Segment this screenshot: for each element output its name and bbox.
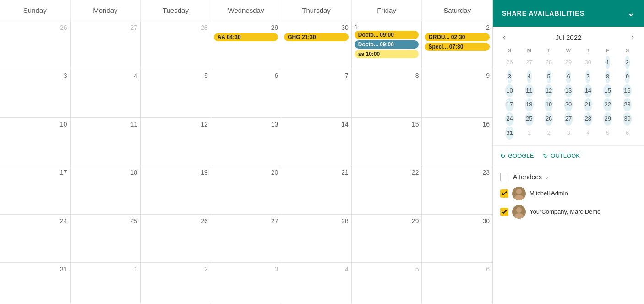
mini-calendar-day[interactable]: 2 — [625, 56, 630, 69]
cal-cell[interactable]: 30GHG 21:30 — [281, 21, 352, 69]
mini-calendar-day[interactable]: 20 — [564, 98, 573, 111]
mini-calendar-day[interactable]: 5 — [605, 127, 610, 140]
cal-cell[interactable]: 2GROU... 02:30Speci... 07:30 — [422, 21, 492, 69]
calendar-event[interactable]: GROU... 02:30 — [425, 33, 490, 41]
cal-cell[interactable]: 9 — [422, 69, 492, 117]
cal-cell[interactable]: 19 — [141, 166, 211, 214]
mini-calendar-day[interactable]: 26 — [545, 112, 553, 126]
mini-calendar-day[interactable]: 7 — [585, 70, 590, 83]
mini-calendar-day[interactable]: 19 — [545, 98, 553, 111]
cal-cell[interactable]: 10 — [0, 118, 71, 166]
cal-cell[interactable]: 28 — [281, 215, 352, 263]
cal-cell[interactable]: 8 — [352, 69, 422, 117]
mini-calendar-day[interactable]: 11 — [525, 84, 533, 98]
cal-cell[interactable]: 1Docto... 09:00Docto... 09:00as 10:00 — [352, 21, 422, 69]
mini-calendar-day[interactable]: 16 — [623, 84, 631, 98]
cal-cell[interactable]: 14 — [281, 118, 352, 166]
cal-cell[interactable]: 2 — [141, 263, 211, 304]
calendar-event[interactable]: Docto... 09:00 — [355, 40, 419, 49]
mini-calendar-day[interactable]: 29 — [603, 112, 611, 126]
cal-cell[interactable]: 11 — [71, 118, 141, 166]
cal-cell[interactable]: 7 — [281, 69, 352, 117]
mini-calendar-day[interactable]: 17 — [505, 98, 513, 111]
cal-cell[interactable]: 16 — [422, 118, 492, 166]
cal-cell[interactable]: 5 — [141, 69, 211, 117]
mini-calendar-day[interactable]: 10 — [505, 84, 513, 98]
mini-calendar-day[interactable]: 28 — [584, 112, 592, 126]
cal-cell[interactable]: 28 — [141, 21, 211, 69]
mini-calendar-day[interactable]: 4 — [527, 70, 532, 83]
cal-cell[interactable]: 30 — [422, 215, 492, 263]
mini-calendar-day[interactable]: 6 — [625, 127, 630, 140]
mini-calendar-day[interactable]: 31 — [505, 127, 513, 140]
mini-calendar-day[interactable]: 27 — [525, 56, 533, 69]
calendar-event[interactable]: Speci... 07:30 — [425, 43, 490, 51]
mini-calendar-day[interactable]: 3 — [566, 127, 571, 140]
cal-cell[interactable]: 1 — [71, 263, 141, 304]
cal-cell[interactable]: 5 — [352, 263, 422, 304]
mini-calendar-day[interactable]: 2 — [546, 127, 551, 140]
cal-cell[interactable]: 6 — [422, 263, 492, 304]
cal-cell[interactable]: 25 — [71, 215, 141, 263]
cal-cell[interactable]: 24 — [0, 215, 71, 263]
attendee-checkbox[interactable] — [500, 189, 508, 198]
calendar-event[interactable]: Docto... 09:00 — [355, 31, 419, 39]
cal-cell[interactable]: 27 — [211, 215, 282, 263]
cal-cell[interactable]: 27 — [71, 21, 141, 69]
cal-cell[interactable]: 29 — [352, 215, 422, 263]
mini-calendar-day[interactable]: 21 — [584, 98, 592, 111]
mini-calendar-day[interactable]: 5 — [546, 70, 551, 83]
cal-cell[interactable]: 20 — [211, 166, 282, 214]
mini-calendar-day[interactable]: 8 — [605, 70, 610, 83]
cal-cell[interactable]: 29AA 04:30 — [211, 21, 282, 69]
mini-calendar-day[interactable]: 29 — [564, 56, 573, 69]
outlook-sync-link[interactable]: ↻ OUTLOOK — [543, 152, 580, 160]
mini-calendar-day[interactable]: 12 — [545, 84, 553, 98]
calendar-event[interactable]: GHG 21:30 — [284, 33, 349, 41]
google-sync-link[interactable]: ↻ GOOGLE — [500, 152, 534, 160]
cal-cell[interactable]: 22 — [352, 166, 422, 214]
cal-cell[interactable]: 18 — [71, 166, 141, 214]
mini-calendar-day[interactable]: 1 — [527, 127, 532, 140]
share-availabilities-button[interactable]: SHARE AVAILABILITIES ⌄ — [493, 0, 644, 27]
attendees-header[interactable]: Attendees ⌄ — [500, 173, 637, 181]
mini-calendar-day[interactable]: 6 — [566, 70, 571, 83]
cal-cell[interactable]: 3 — [211, 263, 282, 304]
cal-cell[interactable]: 4 — [281, 263, 352, 304]
mini-calendar-day[interactable]: 30 — [584, 56, 592, 69]
cal-cell[interactable]: 15 — [352, 118, 422, 166]
mini-calendar-day[interactable]: 23 — [623, 98, 631, 111]
mini-calendar-day[interactable]: 3 — [507, 70, 512, 83]
cal-cell[interactable]: 21 — [281, 166, 352, 214]
calendar-event[interactable]: AA 04:30 — [214, 33, 278, 41]
mini-calendar-day[interactable]: 30 — [623, 112, 631, 126]
mini-calendar-day[interactable]: 22 — [603, 98, 611, 111]
cal-cell[interactable]: 23 — [422, 166, 492, 214]
mini-calendar-day[interactable]: 4 — [585, 127, 590, 140]
mini-calendar-day[interactable]: 9 — [625, 70, 630, 83]
prev-month-button[interactable]: ‹ — [500, 32, 508, 42]
attendee-checkbox[interactable] — [500, 208, 508, 216]
mini-calendar-day[interactable]: 27 — [564, 112, 573, 126]
mini-calendar-day[interactable]: 28 — [545, 56, 553, 69]
mini-calendar-day[interactable]: 24 — [505, 112, 513, 126]
cal-cell[interactable]: 4 — [71, 69, 141, 117]
next-month-button[interactable]: › — [629, 32, 637, 42]
mini-calendar-day[interactable]: 14 — [584, 84, 592, 98]
mini-calendar-day[interactable]: 13 — [564, 84, 573, 98]
mini-calendar-day[interactable]: 26 — [505, 56, 513, 69]
mini-calendar-day[interactable]: 15 — [603, 84, 611, 98]
cal-cell[interactable]: 12 — [141, 118, 211, 166]
cal-cell[interactable]: 26 — [0, 21, 71, 69]
cal-cell[interactable]: 3 — [0, 69, 71, 117]
cal-cell[interactable]: 31 — [0, 263, 71, 304]
cal-cell[interactable]: 6 — [211, 69, 282, 117]
mini-calendar-day[interactable]: 18 — [525, 98, 533, 111]
mini-calendar-day[interactable]: 1 — [605, 56, 610, 69]
mini-calendar-day[interactable]: 25 — [525, 112, 533, 126]
calendar-event[interactable]: as 10:00 — [355, 50, 419, 58]
cal-cell[interactable]: 26 — [141, 215, 211, 263]
cal-cell[interactable]: 17 — [0, 166, 71, 214]
attendees-checkbox[interactable] — [500, 173, 508, 181]
cal-cell[interactable]: 13 — [211, 118, 282, 166]
